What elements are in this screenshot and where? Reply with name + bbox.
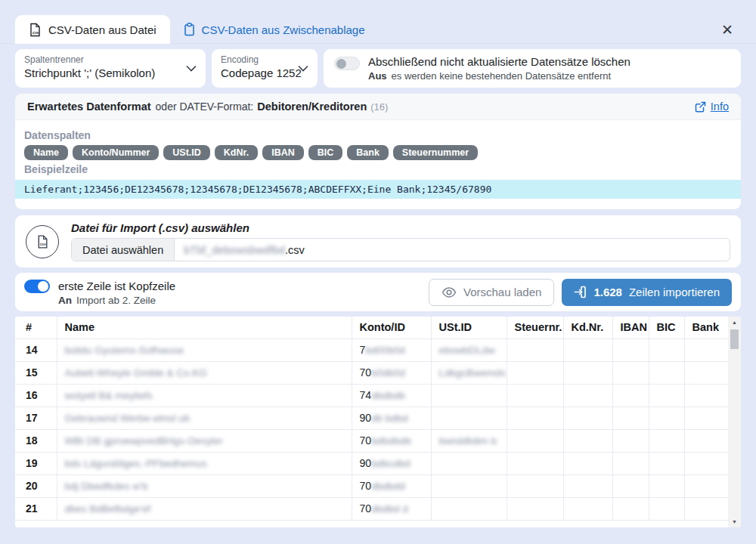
close-icon[interactable]: ✕ (714, 21, 741, 39)
table-row: 20 bdj Dbedfkdes w'b 70dbdbdd (15, 474, 728, 497)
tab-csv-from-clipboard[interactable]: CSV-Daten aus Zwischenablage (170, 15, 379, 44)
cell-steuernr (507, 452, 563, 474)
settings-row: Spaltentrenner Strichpunkt ';' (Semikolo… (15, 49, 741, 88)
cell-name: WBI DB gproewpvedBHgs-Oevyler (57, 429, 352, 452)
data-columns-badges: NameKonto/NummerUSt.IDKdNr.IBANBICBankSt… (24, 145, 732, 160)
cell-bank (684, 452, 728, 474)
cell-name: Gebrauwnd Werbe-elmd ub (57, 406, 352, 429)
column-badge: USt.ID (163, 145, 210, 160)
file-input[interactable]: Datei auswählen bTbf_debowsbwdfbd.csv (71, 238, 730, 261)
encoding-select[interactable]: Encoding Codepage 1252 (212, 49, 318, 88)
cell-ustid: LdbgcBwemds (431, 361, 507, 384)
delete-toggle-state: Aus (368, 70, 387, 82)
csv-circle-icon: csv (26, 225, 59, 258)
header-row-toggle[interactable] (24, 280, 50, 293)
cell-name: Aubelt-Wheyle Gmble & Co.KG (57, 361, 352, 384)
table-header-cell: Bank (684, 317, 728, 338)
info-link-label: Info (711, 100, 729, 113)
toggle-knob (38, 281, 48, 292)
table-row: 17 Gebrauwnd Werbe-elmd ub 90db bdbd (15, 406, 728, 429)
table-header-cell: Konto/ID (352, 317, 431, 338)
preview-button[interactable]: Vorschau laden (429, 279, 554, 306)
filename-extension: .csv (285, 244, 305, 256)
row-number: 21 (15, 497, 57, 520)
cell-steuernr (507, 384, 563, 406)
cell-steuernr (507, 406, 563, 429)
scroll-up-icon[interactable]: ▲ (728, 317, 741, 328)
info-link[interactable]: Info (695, 100, 729, 113)
cell-ustid (431, 384, 507, 406)
scrollbar-thumb[interactable] (730, 329, 739, 349)
import-icon (574, 286, 587, 298)
cell-iban (612, 384, 649, 406)
cell-bic (649, 384, 684, 406)
row-number: 19 (15, 452, 57, 474)
cell-steuernr (507, 338, 563, 361)
separator-value: Strichpunkt ';' (Semikolon) (24, 66, 197, 81)
cell-iban (612, 429, 649, 452)
delete-records-toggle[interactable] (334, 57, 360, 70)
external-link-icon (695, 101, 706, 113)
scroll-down-icon[interactable]: ▼ (728, 516, 741, 527)
example-row-label: Beispielzeile (24, 163, 732, 175)
clipboard-icon (184, 23, 195, 36)
cell-iban (612, 338, 649, 361)
cell-kdnr (563, 497, 612, 520)
encoding-value: Codepage 1252 (221, 66, 308, 81)
delete-records-card: Abschließend nicht aktualisierte Datensä… (324, 49, 741, 88)
cell-bic (649, 406, 684, 429)
table-header-cell: Name (57, 317, 352, 338)
cell-bic (649, 474, 684, 497)
cell-iban (612, 406, 649, 429)
import-row-count: 1.628 (593, 286, 622, 298)
eye-icon (442, 287, 457, 298)
format-value: Debitoren/Kreditoren (257, 100, 367, 113)
cell-iban (612, 474, 649, 497)
cell-bic (649, 497, 684, 520)
cell-kdnr (563, 361, 612, 384)
format-count: (16) (370, 101, 388, 113)
separator-label: Spaltentrenner (24, 54, 197, 66)
table-header-row: #NameKonto/IDUSt.IDSteuernr.Kd.Nr.IBANBI… (15, 317, 728, 338)
vertical-scrollbar[interactable]: ▲ ▼ (728, 317, 741, 527)
cell-name: wotyell B& meyliefs (57, 384, 352, 406)
data-columns-label: Datenspalten (24, 129, 732, 141)
cell-bank (684, 497, 728, 520)
table-header-cell: BIC (649, 317, 684, 338)
cell-bic (649, 429, 684, 452)
svg-text:csv: csv (40, 243, 46, 246)
cell-iban (612, 497, 649, 520)
separator-select[interactable]: Spaltentrenner Strichpunkt ';' (Semikolo… (15, 49, 206, 88)
cell-bank (684, 406, 728, 429)
cell-konto-id: 90db bdbd (352, 406, 431, 429)
csv-file-icon: csv (29, 23, 42, 37)
row-number: 14 (15, 338, 57, 361)
format-body: Datenspalten NameKonto/NummerUSt.IDKdNr.… (15, 120, 741, 209)
preview-button-label: Vorschau laden (463, 286, 541, 298)
cell-ustid (431, 497, 507, 520)
file-import-title: Datei für Import (.csv) auswählen (71, 221, 730, 234)
cell-steuernr (507, 361, 563, 384)
cell-bic (649, 338, 684, 361)
table-header-cell: USt.ID (431, 317, 507, 338)
cell-bic (649, 361, 684, 384)
preview-table: #NameKonto/IDUSt.IDSteuernr.Kd.Nr.IBANBI… (15, 317, 728, 527)
cell-bank (684, 384, 728, 406)
tab-csv-from-file[interactable]: csv CSV-Daten aus Datei (15, 15, 170, 44)
csv-import-dialog: csv CSV-Daten aus Datei CSV-Daten aus Zw… (0, 0, 756, 527)
encoding-label: Encoding (221, 54, 308, 66)
cell-konto-id: 70dbdbdd (352, 474, 431, 497)
cell-bank (684, 361, 728, 384)
table-row: 19 bds Ldgurdölges.-PFbedhemus 90bdbcdbd (15, 452, 728, 474)
cell-name: bolidu Gyutems-Sofhwuse (57, 338, 352, 361)
choose-file-button[interactable]: Datei auswählen (72, 239, 175, 261)
row-number: 20 (15, 474, 57, 497)
toggle-knob (336, 59, 346, 69)
chevron-down-icon (186, 65, 197, 72)
cell-kdnr (563, 338, 612, 361)
table-row: 21 dbes BdBefbdge'ef 70dbdbd d (15, 497, 728, 520)
import-button[interactable]: 1.628 Zeilen importieren (562, 279, 732, 306)
column-badge: KdNr. (215, 145, 258, 160)
cell-konto-id: 74dbdbdb (352, 384, 431, 406)
cell-kdnr (563, 429, 612, 452)
